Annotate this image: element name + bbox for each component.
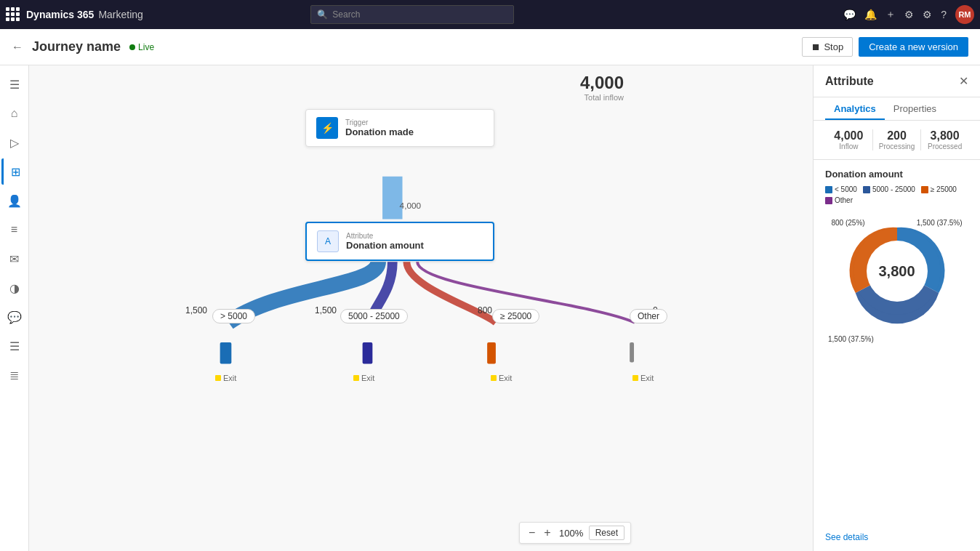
plus-icon[interactable]: ＋ [885,8,896,21]
total-inflow-label: Total inflow [580,93,624,102]
zoom-increase-button[interactable]: + [541,526,553,539]
zoom-reset-button[interactable]: Reset [589,526,624,540]
search-bar[interactable]: 🔍 [310,5,514,24]
sidebar-item-mail[interactable]: ✉ [1,246,28,272]
sidebar-item-play[interactable]: ▷ [1,129,28,156]
exit-square-2 [353,375,359,381]
metric-inflow-value: 4,000 [831,129,867,142]
live-status-badge: Live [129,42,154,52]
svg-text:4,000: 4,000 [400,201,422,210]
donut-chart: 3,800 800 (25%) 1,500 (37.5%) [839,213,955,329]
app-grid-icon[interactable] [6,7,20,22]
sidebar-item-lines[interactable]: ≣ [1,362,28,388]
attribute-node-name: Donation amount [346,240,424,251]
sidebar-item-table[interactable]: ☰ [1,333,28,359]
donut-center-value: 3,800 [878,263,915,280]
legend-color-lt5000 [825,186,832,193]
stop-button[interactable]: ⏹ Stop [802,37,853,57]
brand-name: Dynamics 365 [26,9,94,20]
sidebar-item-person[interactable]: 👤 [1,188,28,214]
zoom-controls: − + 100% Reset [519,522,631,544]
create-version-button[interactable]: Create a new version [859,37,968,57]
attribute-icon: A [317,230,339,252]
legend-color-5000-25000 [863,186,870,193]
panel-header: Attribute ✕ [814,65,980,97]
exit-square-4 [632,375,638,381]
legend-color-gte25000 [921,186,928,193]
filter-icon[interactable]: ⚙ [904,9,914,20]
exit-text-4: Exit [640,374,654,382]
exit-text-1: Exit [223,374,236,382]
donut-center-label: 3,800 [878,263,915,280]
metric-inflow: 4,000 Inflow [825,129,873,150]
donut-label-1500-bot: 1,500 (37.5%) [825,335,968,343]
back-button[interactable]: ← [12,41,23,54]
trigger-icon: ⚡ [316,117,338,139]
analytics-metrics: 4,000 Inflow 200 Processing 3,800 Proces… [814,121,980,160]
tab-analytics[interactable]: Analytics [825,97,885,120]
donation-section: Donation amount < 5000 5000 - 25000 ≥ 25… [814,160,980,532]
sub-header-actions: ⏹ Stop Create a new version [802,37,968,57]
exit-text-2: Exit [361,374,374,382]
exit-node-4: Exit [632,374,654,382]
exit-text-3: Exit [499,374,512,382]
sidebar-item-circle[interactable]: ◑ [1,275,28,301]
sub-header: ← Journey name Live ⏹ Stop Create a new … [0,29,980,65]
trigger-node-content: Trigger Donation made [345,118,414,137]
exit-node-3: Exit [491,374,512,382]
exit-square-3 [491,375,497,381]
stop-icon: ⏹ [811,41,821,52]
attribute-type-label: Attribute [346,232,424,240]
exit-label-4: Exit [632,374,654,382]
branch-label-other[interactable]: Other [630,309,667,323]
journey-title: Journey name [32,39,121,55]
attribute-node[interactable]: A Attribute Donation amount [305,222,494,261]
chat-icon[interactable]: 💬 [843,9,856,20]
panel-title: Attribute [825,75,874,88]
sidebar-item-menu[interactable]: ☰ [1,71,28,97]
branch-count-2: 1,500 [315,305,337,315]
module-name: Marketing [98,9,142,20]
see-details-link[interactable]: See details [814,532,980,551]
donut-label-1500-top: 1,500 (37.5%) [917,219,963,227]
branch-label-2[interactable]: 5000 - 25000 [340,309,408,323]
trigger-node[interactable]: ⚡ Trigger Donation made [305,109,494,147]
search-input[interactable] [332,9,507,20]
svg-rect-1 [220,342,232,363]
legend-item-5000-25000: 5000 - 25000 [863,185,915,193]
help-icon[interactable]: ? [941,9,947,20]
legend-label-lt5000: < 5000 [835,185,857,193]
sidebar-item-grid[interactable]: ⊞ [1,158,28,185]
main-layout: ☰ ⌂ ▷ ⊞ 👤 ≡ ✉ ◑ 💬 ☰ ≣ 4,000 Total inflow… [0,65,980,551]
legend-color-other [825,197,832,204]
total-inflow-count: 4,000 [580,73,624,93]
exit-label-3: Exit [491,374,512,382]
svg-rect-2 [363,342,373,363]
settings-icon[interactable]: ⚙ [923,9,932,20]
zoom-level-display: 100% [557,528,586,539]
sidebar-item-chat[interactable]: 💬 [1,304,28,330]
legend-label-gte25000: ≥ 25000 [931,185,957,193]
zoom-decrease-button[interactable]: − [526,526,538,539]
branch-label-3[interactable]: ≥ 25000 [492,309,539,323]
sidebar-item-home[interactable]: ⌂ [1,100,28,126]
exit-node-2: Exit [353,374,374,382]
branch-count-3: 800 [478,305,492,315]
total-inflow-badge: 4,000 Total inflow [580,73,624,102]
legend-label-other: Other [835,196,853,204]
exit-label-1: Exit [215,374,236,382]
sidebar-item-list[interactable]: ≡ [1,217,28,243]
left-sidebar: ☰ ⌂ ▷ ⊞ 👤 ≡ ✉ ◑ 💬 ☰ ≣ [0,65,29,551]
bell-icon[interactable]: 🔔 [864,9,877,20]
branch-label-1[interactable]: > 5000 [212,309,255,323]
exit-label-2: Exit [353,374,374,382]
trigger-node-name: Donation made [345,126,414,137]
user-avatar[interactable]: RM [955,5,974,24]
tab-properties[interactable]: Properties [885,97,945,120]
close-panel-button[interactable]: ✕ [959,74,968,88]
svg-rect-4 [630,342,634,362]
donut-label-800: 800 (25%) [832,219,865,227]
metric-processing-label: Processing [879,142,915,150]
metric-processed: 3,800 Processed [921,129,968,150]
metric-inflow-label: Inflow [831,142,867,150]
